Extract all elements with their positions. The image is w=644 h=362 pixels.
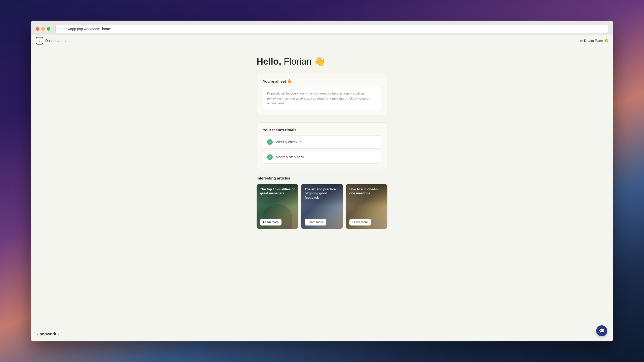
ritual-item-monthly[interactable]: ✓ Monthly step back [263, 151, 381, 164]
all-set-title: You're all set 🔥 [263, 79, 381, 84]
team-name: Dream Team [584, 39, 603, 42]
home-icon-button[interactable]: ⌂ [36, 37, 43, 44]
nav-left: ⌂ Dashboard ∨ [36, 37, 66, 44]
browser-window: https://app.pop.work/team_home ⌂ Dashboa… [31, 21, 613, 341]
greeting-emoji: 👋 [314, 56, 325, 67]
articles-section: Interesting articles The top 10 qualitie… [257, 176, 387, 229]
article-content-1: The top 10 qualities of great managers L… [257, 184, 298, 229]
article-card-3[interactable]: How to run one-to-one meetings Learn mor… [346, 184, 387, 229]
content-wrapper: Hello, Florian 👋 You're all set 🔥 Popwor… [257, 46, 387, 341]
nav-right: ◎ Dream Team 🔥 [580, 39, 608, 42]
ritual-item-weekly[interactable]: ✓ Weekly check-in [263, 135, 381, 149]
article-title-3: How to run one-to-one meetings [349, 187, 384, 196]
article-content-2: The art and practice of giving good feed… [301, 184, 343, 229]
close-button[interactable] [36, 27, 39, 31]
team-fire-icon: 🔥 [604, 39, 608, 42]
article-title-1: The top 10 qualities of great managers [260, 187, 295, 196]
greeting-bold: Hello, [257, 56, 281, 67]
logo-dot-left: • [37, 332, 38, 336]
article-card-2[interactable]: The art and practice of giving good feed… [301, 184, 343, 229]
dashboard-nav-label[interactable]: Dashboard [45, 39, 63, 43]
main-content: Hello, Florian 👋 You're all set 🔥 Popwor… [31, 46, 613, 341]
article-content-3: How to run one-to-one meetings Learn mor… [346, 184, 387, 229]
check-mark-icon-2: ✓ [269, 155, 271, 159]
learn-more-button-3[interactable]: Learn more [349, 219, 371, 225]
chat-icon: 💬 [599, 328, 605, 334]
top-nav: ⌂ Dashboard ∨ ◎ Dream Team 🔥 [31, 35, 613, 46]
article-card-1[interactable]: The top 10 qualities of great managers L… [257, 184, 298, 229]
logo-text: popwork [39, 332, 56, 336]
learn-more-button-2[interactable]: Learn more [305, 219, 326, 225]
home-icon: ⌂ [38, 39, 41, 42]
all-set-body: Popwork will let you know when you need … [263, 87, 381, 110]
article-title-2: The art and practice of giving good feed… [305, 187, 339, 200]
rituals-title: Your team's rituals [263, 128, 381, 132]
check-mark-icon: ✓ [269, 140, 271, 144]
rituals-section: Your team's rituals ✓ Weekly check-in ✓ … [257, 122, 387, 169]
traffic-lights [36, 27, 50, 31]
minimize-button[interactable] [41, 27, 45, 31]
bottom-logo: • popwork • [37, 332, 59, 336]
check-circle-weekly: ✓ [267, 139, 273, 145]
chat-button[interactable]: 💬 [596, 325, 607, 336]
articles-grid: The top 10 qualities of great managers L… [257, 184, 387, 229]
all-set-section: You're all set 🔥 Popwork will let you kn… [257, 74, 387, 115]
team-icon: ◎ [580, 39, 583, 42]
greeting-heading: Hello, Florian 👋 [257, 56, 387, 67]
check-circle-monthly: ✓ [267, 154, 273, 160]
ritual-label-weekly: Weekly check-in [276, 140, 301, 144]
chevron-down-icon[interactable]: ∨ [65, 39, 66, 42]
address-bar[interactable]: https://app.pop.work/team_home [55, 25, 608, 33]
browser-chrome: https://app.pop.work/team_home [31, 21, 613, 37]
greeting-name: Florian [281, 56, 311, 67]
learn-more-button-1[interactable]: Learn more [260, 219, 281, 225]
articles-title: Interesting articles [257, 176, 387, 180]
maximize-button[interactable] [47, 27, 50, 31]
ritual-label-monthly: Monthly step back [276, 155, 304, 159]
logo-dot-right: • [58, 332, 59, 336]
